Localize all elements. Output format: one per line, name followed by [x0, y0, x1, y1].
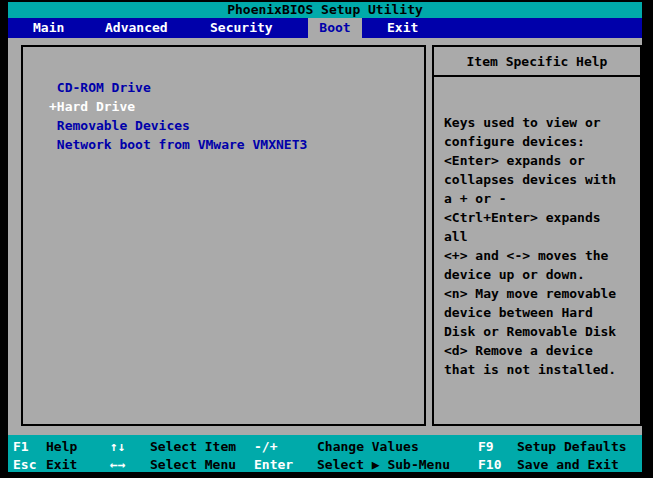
- hint-select-menu: Select Menu: [150, 456, 236, 474]
- bios-screen: PhoenixBIOS Setup Utility Main Advanced …: [8, 2, 642, 472]
- boot-item-label: Hard Drive: [57, 99, 135, 114]
- help-line: <Enter> expands or: [444, 151, 640, 170]
- help-line: all: [444, 227, 640, 246]
- boot-item-cdrom-drive[interactable]: CD-ROM Drive: [23, 78, 424, 97]
- boot-item-label: Network boot from VMware VMXNET3: [57, 137, 307, 152]
- tab-boot[interactable]: Boot: [308, 18, 362, 38]
- menu-bar: Main Advanced Security Boot Exit: [8, 18, 642, 38]
- hint-exit: Exit: [46, 456, 77, 474]
- hint-save-and-exit: Save and Exit: [517, 456, 619, 474]
- hint-select-submenu: Select ▶ Sub-Menu: [317, 456, 450, 474]
- bios-body: CD-ROM Drive +Hard Drive Removable Devic…: [8, 38, 642, 435]
- key-f9: F9: [478, 438, 494, 456]
- expand-prefix: [49, 137, 57, 152]
- boot-item-hard-drive[interactable]: +Hard Drive: [23, 97, 424, 116]
- expand-prefix: [49, 80, 57, 95]
- key-esc: Esc: [13, 456, 36, 474]
- hint-change-values: Change Values: [317, 438, 419, 456]
- expand-prefix: [49, 118, 57, 133]
- help-line: a + or -: [444, 189, 640, 208]
- help-line: Keys used to view or: [444, 113, 640, 132]
- boot-item-network-boot[interactable]: Network boot from VMware VMXNET3: [23, 135, 424, 154]
- title-bar: PhoenixBIOS Setup Utility: [8, 2, 642, 18]
- tab-security[interactable]: Security: [210, 18, 273, 38]
- expand-prefix: +: [49, 99, 57, 114]
- key-updown-icon: ↑↓: [110, 438, 126, 456]
- help-line: collapses devices with: [444, 170, 640, 189]
- boot-device-list: CD-ROM Drive +Hard Drive Removable Devic…: [23, 47, 424, 154]
- tab-main[interactable]: Main: [33, 18, 64, 38]
- help-line: Disk or Removable Disk: [444, 322, 640, 341]
- boot-item-label: CD-ROM Drive: [57, 80, 151, 95]
- help-text: Keys used to view or configure devices: …: [434, 113, 640, 379]
- help-line: <+> and <-> moves the: [444, 246, 640, 265]
- boot-item-removable-devices[interactable]: Removable Devices: [23, 116, 424, 135]
- help-line: configure devices:: [444, 132, 640, 151]
- hint-help: Help: [46, 438, 77, 456]
- hint-setup-defaults: Setup Defaults: [517, 438, 627, 456]
- key-leftright-icon: ←→: [110, 456, 126, 474]
- help-line: device between Hard: [444, 303, 640, 322]
- key-f1: F1: [13, 438, 29, 456]
- tab-exit[interactable]: Exit: [387, 18, 418, 38]
- key-hint-row-1: F1 Help ↑↓ Select Item -/+ Change Values…: [8, 438, 642, 456]
- boot-item-label: Removable Devices: [57, 118, 190, 133]
- help-line: <Ctrl+Enter> expands: [444, 208, 640, 227]
- key-enter: Enter: [254, 456, 293, 474]
- help-panel-title: Item Specific Help: [434, 47, 640, 77]
- help-line: <d> Remove a device: [444, 341, 640, 360]
- key-f10: F10: [478, 456, 501, 474]
- hint-select-item: Select Item: [150, 438, 236, 456]
- help-panel: Item Specific Help Keys used to view or …: [432, 45, 642, 426]
- boot-device-panel: CD-ROM Drive +Hard Drive Removable Devic…: [21, 45, 426, 426]
- help-line: that is not installed.: [444, 360, 640, 379]
- key-minus-plus: -/+: [254, 438, 277, 456]
- tab-advanced[interactable]: Advanced: [105, 18, 168, 38]
- help-line: device up or down.: [444, 265, 640, 284]
- help-line: <n> May move removable: [444, 284, 640, 303]
- key-hint-row-2: Esc Exit ←→ Select Menu Enter Select ▶ S…: [8, 456, 642, 474]
- key-hint-bar: F1 Help ↑↓ Select Item -/+ Change Values…: [8, 435, 642, 472]
